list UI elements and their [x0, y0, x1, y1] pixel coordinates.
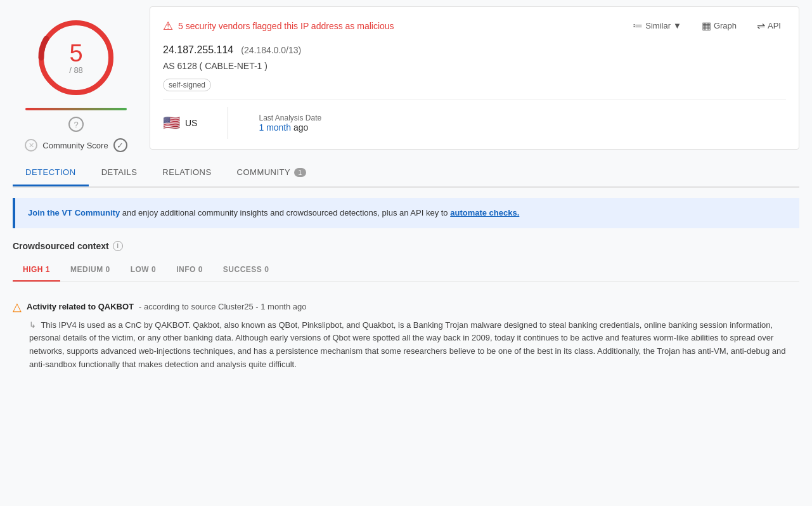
- graph-label: Graph: [714, 21, 737, 30]
- alert-icon: ⚠: [163, 19, 173, 33]
- score-panel: 5 / 88 ? ✕ Community Score ✓: [13, 6, 139, 152]
- graph-button[interactable]: ▦ Graph: [697, 17, 742, 34]
- severity-tab-success[interactable]: SUCCESS 0: [213, 259, 280, 282]
- score-circle: 5 / 88: [35, 16, 117, 99]
- question-icon[interactable]: ?: [68, 117, 84, 132]
- activity-meta: - according to source Cluster25 - 1 mont…: [139, 302, 306, 311]
- section-title-row: Crowdsourced context i: [13, 241, 799, 251]
- severity-tabs: HIGH 1 MEDIUM 0 LOW 0 INFO 0 SUCCESS 0: [13, 259, 799, 282]
- community-score-label: Community Score: [42, 141, 108, 150]
- tab-community-label: COMMUNITY: [237, 167, 291, 177]
- severity-tab-low[interactable]: LOW 0: [120, 259, 167, 282]
- community-badge: 1: [294, 168, 306, 177]
- activity-title: Activity related to QAKBOT: [27, 302, 134, 311]
- severity-tab-high[interactable]: HIGH 1: [13, 259, 60, 282]
- asn-number: AS 6128: [163, 61, 197, 71]
- asn-name: ( CABLE-NET-1 ): [200, 61, 267, 71]
- tab-details[interactable]: DETAILS: [89, 160, 150, 186]
- top-section: 5 / 88 ? ✕ Community Score ✓ ⚠ 5 securit…: [13, 6, 799, 152]
- alert-row: ⚠ 5 security vendors flagged this IP add…: [163, 17, 786, 34]
- similar-button[interactable]: ≔ Similar ▼: [628, 17, 686, 34]
- section-title-text: Crowdsourced context: [13, 241, 109, 251]
- tab-community[interactable]: COMMUNITY 1: [224, 160, 319, 186]
- tab-relations[interactable]: RELATIONS: [150, 160, 224, 186]
- api-label: API: [768, 21, 781, 30]
- activity-description: ↳ This IPV4 is used as a CnC by QAKBOT. …: [29, 319, 799, 372]
- tab-detection-label: DETECTION: [25, 167, 76, 177]
- similar-icon: ≔: [633, 20, 643, 32]
- score-denominator: / 88: [69, 65, 83, 75]
- info-icon[interactable]: i: [113, 241, 123, 251]
- similar-dropdown-icon: ▼: [673, 21, 681, 30]
- activity-desc-text: This IPV4 is used as a CnC by QAKBOT. Qa…: [29, 320, 786, 369]
- banner-middle-text: and enjoy additional community insights …: [122, 208, 450, 217]
- ip-row: 24.187.255.114 (24.184.0.0/13): [163, 44, 786, 56]
- toolbar: ≔ Similar ▼ ▦ Graph ⇌ API: [628, 17, 786, 34]
- crowdsourced-section: Crowdsourced context i HIGH 1 MEDIUM 0 L…: [13, 241, 799, 379]
- alert-text: 5 security vendors flagged this IP addre…: [178, 21, 394, 31]
- check-icon: ✓: [113, 138, 127, 152]
- score-text: 5 / 88: [69, 41, 83, 75]
- severity-tab-info[interactable]: INFO 0: [166, 259, 213, 282]
- arrow-icon: ↳: [29, 320, 36, 330]
- tab-relations-label: RELATIONS: [162, 167, 211, 177]
- automate-checks-link[interactable]: automate checks.: [450, 208, 519, 217]
- tab-detection[interactable]: DETECTION: [13, 160, 89, 186]
- info-panel: ⚠ 5 security vendors flagged this IP add…: [150, 6, 799, 150]
- page-wrapper: 5 / 88 ? ✕ Community Score ✓ ⚠ 5 securit…: [0, 0, 812, 386]
- score-number: 5: [69, 41, 83, 65]
- severity-tab-medium[interactable]: MEDIUM 0: [60, 259, 120, 282]
- country-code: US: [185, 118, 197, 128]
- join-vt-link[interactable]: Join the VT Community: [28, 208, 120, 217]
- activity-item: △ Activity related to QAKBOT - according…: [13, 292, 799, 379]
- community-score-row: ✕ Community Score ✓: [13, 138, 139, 152]
- tabs-section: DETECTION DETAILS RELATIONS COMMUNITY 1: [13, 160, 799, 188]
- graph-icon: ▦: [702, 20, 711, 32]
- tab-details-label: DETAILS: [101, 167, 138, 177]
- activity-title-row: △ Activity related to QAKBOT - according…: [13, 300, 799, 314]
- tag-container: self-signed: [163, 76, 786, 91]
- divider: [228, 107, 228, 139]
- community-banner: Join the VT Community and enjoy addition…: [13, 198, 799, 228]
- api-icon: ⇌: [757, 20, 765, 32]
- analysis-date-label: Last Analysis Date: [259, 114, 321, 122]
- analysis-date-value: 1 month ago: [259, 122, 321, 133]
- flag-icon: 🇺🇸: [163, 115, 180, 131]
- self-signed-tag: self-signed: [163, 79, 211, 91]
- ip-range: (24.184.0.0/13): [241, 45, 301, 55]
- asn-row: AS 6128 ( CABLE-NET-1 ): [163, 61, 786, 71]
- analysis-date: Last Analysis Date 1 month ago: [259, 114, 321, 133]
- flag-container: 🇺🇸 US: [163, 115, 197, 131]
- similar-label: Similar: [645, 21, 671, 30]
- meta-row: 🇺🇸 US Last Analysis Date 1 month ago: [163, 99, 786, 139]
- score-progress-bar: [25, 108, 127, 110]
- score-progress-fill: [25, 108, 127, 110]
- x-icon: ✕: [25, 139, 37, 152]
- api-button[interactable]: ⇌ API: [752, 17, 786, 34]
- warning-icon: △: [13, 300, 22, 314]
- ip-address: 24.187.255.114: [163, 44, 233, 56]
